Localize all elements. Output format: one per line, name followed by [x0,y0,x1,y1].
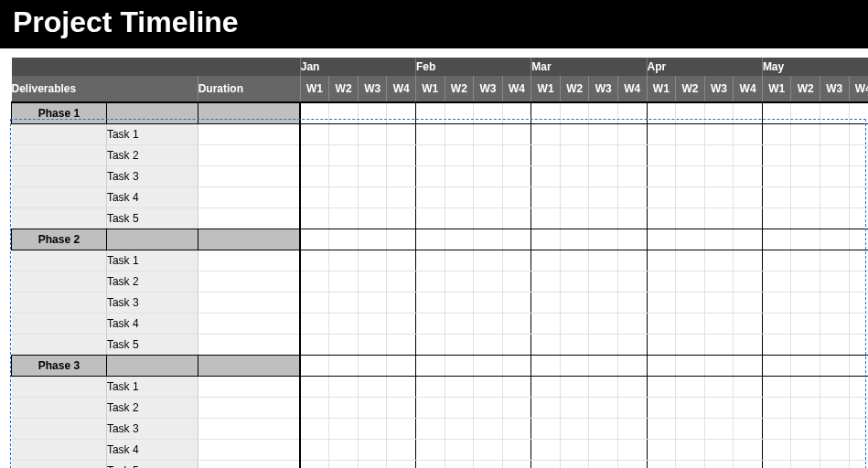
timeline-cell[interactable] [502,356,531,377]
timeline-cell[interactable] [387,187,416,208]
timeline-cell[interactable] [820,145,850,166]
timeline-cell[interactable] [849,314,868,335]
timeline-cell[interactable] [849,124,868,145]
timeline-cell[interactable] [560,335,589,356]
timeline-cell[interactable] [704,166,734,187]
timeline-cell[interactable] [762,377,791,398]
week-header[interactable]: W3 [358,76,387,102]
timeline-cell[interactable] [358,124,387,145]
task-label[interactable]: Task 2 [106,398,198,419]
timeline-cell[interactable] [445,314,474,335]
timeline-cell[interactable] [387,229,416,250]
timeline-cell[interactable] [589,145,618,166]
timeline-cell[interactable] [445,250,474,271]
week-header[interactable]: W3 [820,76,850,102]
phase-row[interactable]: Phase 3 [12,356,869,377]
task-duration[interactable] [198,335,300,356]
task-row[interactable]: Task 2 [12,271,869,292]
timeline-cell[interactable] [791,461,820,469]
task-duration[interactable] [198,419,300,440]
timeline-cell[interactable] [300,229,329,250]
timeline-cell[interactable] [329,271,359,292]
timeline-cell[interactable] [589,250,618,271]
phase-blank[interactable] [106,102,198,124]
timeline-cell[interactable] [791,271,820,292]
timeline-cell[interactable] [734,250,763,271]
timeline-cell[interactable] [358,335,387,356]
timeline-cell[interactable] [676,166,705,187]
timeline-cell[interactable] [387,440,416,461]
timeline-cell[interactable] [762,229,791,250]
timeline-cell[interactable] [820,398,850,419]
timeline-cell[interactable] [762,145,791,166]
task-row[interactable]: Task 1 [12,124,869,145]
timeline-cell[interactable] [329,208,359,229]
timeline-cell[interactable] [617,377,647,398]
timeline-cell[interactable] [647,166,676,187]
timeline-cell[interactable] [502,145,531,166]
timeline-cell[interactable] [734,440,763,461]
task-row[interactable]: Task 5 [12,461,869,469]
timeline-cell[interactable] [734,461,763,469]
timeline-cell[interactable] [329,419,359,440]
timeline-cell[interactable] [676,187,705,208]
timeline-cell[interactable] [676,250,705,271]
timeline-cell[interactable] [560,250,589,271]
timeline-cell[interactable] [704,187,734,208]
week-header[interactable]: W2 [445,76,474,102]
timeline-cell[interactable] [358,250,387,271]
timeline-cell[interactable] [300,124,329,145]
timeline-cell[interactable] [474,377,503,398]
timeline-cell[interactable] [329,440,359,461]
timeline-cell[interactable] [589,377,618,398]
task-label[interactable]: Task 1 [106,250,198,271]
timeline-cell[interactable] [474,314,503,335]
timeline-cell[interactable] [531,440,561,461]
timeline-cell[interactable] [617,461,647,469]
timeline-cell[interactable] [387,145,416,166]
timeline-cell[interactable] [531,208,561,229]
timeline-cell[interactable] [329,398,359,419]
task-indent[interactable] [12,250,107,271]
timeline-cell[interactable] [704,102,734,124]
timeline-cell[interactable] [791,356,820,377]
timeline-cell[interactable] [474,145,503,166]
timeline-cell[interactable] [647,187,676,208]
task-duration[interactable] [198,398,300,419]
timeline-cell[interactable] [502,292,531,314]
month-header[interactable]: Jan [300,58,415,76]
week-header[interactable]: W3 [704,76,734,102]
timeline-cell[interactable] [676,356,705,377]
timeline-cell[interactable] [445,419,474,440]
timeline-cell[interactable] [502,440,531,461]
timeline-cell[interactable] [849,208,868,229]
timeline-cell[interactable] [849,250,868,271]
task-row[interactable]: Task 1 [12,377,869,398]
timeline-cell[interactable] [820,314,850,335]
timeline-cell[interactable] [358,187,387,208]
task-label[interactable]: Task 3 [106,292,198,314]
timeline-cell[interactable] [849,461,868,469]
task-indent[interactable] [12,187,107,208]
timeline-cell[interactable] [531,229,561,250]
timeline-cell[interactable] [617,166,647,187]
timeline-cell[interactable] [617,187,647,208]
timeline-cell[interactable] [762,187,791,208]
phase-blank[interactable] [106,229,198,250]
week-header[interactable]: W3 [589,76,618,102]
task-row[interactable]: Task 3 [12,419,869,440]
timeline-cell[interactable] [589,314,618,335]
timeline-cell[interactable] [791,398,820,419]
timeline-cell[interactable] [502,461,531,469]
timeline-cell[interactable] [617,145,647,166]
timeline-cell[interactable] [387,356,416,377]
timeline-cell[interactable] [416,271,445,292]
timeline-cell[interactable] [849,229,868,250]
task-label[interactable]: Task 3 [106,419,198,440]
timeline-cell[interactable] [560,187,589,208]
timeline-cell[interactable] [647,250,676,271]
timeline-cell[interactable] [734,335,763,356]
timeline-cell[interactable] [589,208,618,229]
timeline-cell[interactable] [416,102,445,124]
task-row[interactable]: Task 4 [12,314,869,335]
